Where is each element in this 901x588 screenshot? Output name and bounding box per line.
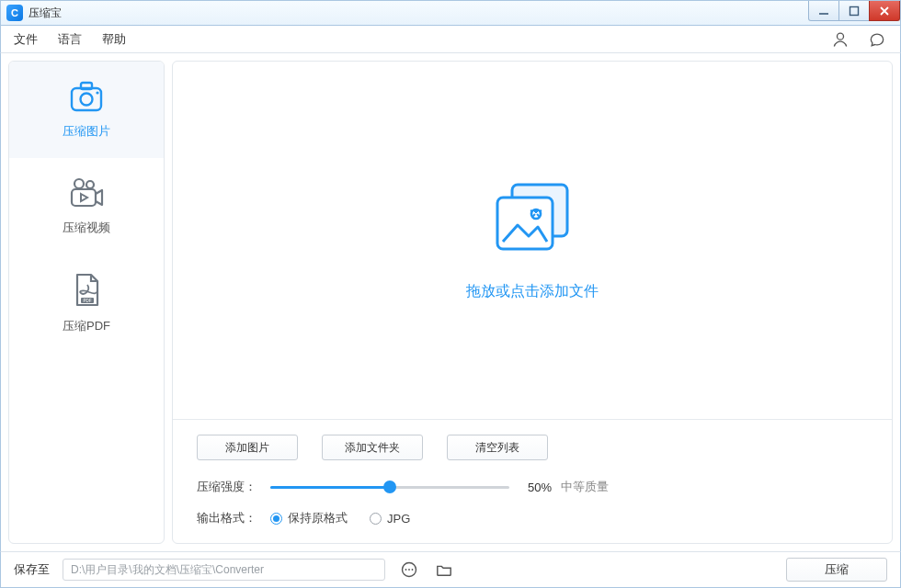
compression-strength-row: 压缩强度： 50% 中等质量 [197, 479, 868, 495]
radio-jpg[interactable]: JPG [370, 512, 410, 526]
menu-language[interactable]: 语言 [58, 31, 82, 48]
radio-dot-icon [270, 513, 282, 525]
sidebar-item-label: 压缩PDF [63, 318, 110, 334]
add-image-button[interactable]: 添加图片 [197, 435, 298, 460]
images-icon [486, 179, 578, 262]
main-area: 压缩图片 压缩视频 PDF 压缩PDF [0, 53, 901, 551]
svg-point-17 [411, 569, 413, 571]
radio-dot-icon [370, 513, 382, 525]
add-folder-button[interactable]: 添加文件夹 [322, 435, 423, 460]
svg-text:PDF: PDF [84, 298, 92, 302]
strength-slider[interactable] [270, 479, 509, 495]
svg-point-16 [408, 569, 410, 571]
maximize-button[interactable] [838, 1, 870, 21]
svg-rect-3 [81, 83, 92, 89]
svg-point-6 [74, 179, 84, 188]
minimize-button[interactable] [808, 1, 839, 21]
dropzone[interactable]: 拖放或点击添加文件 [173, 62, 892, 419]
strength-hint: 中等质量 [561, 479, 609, 495]
sidebar-item-label: 压缩视频 [63, 220, 110, 236]
svg-rect-0 [850, 6, 859, 15]
svg-point-4 [81, 93, 93, 105]
sidebar-item-compress-video[interactable]: 压缩视频 [9, 158, 164, 254]
close-button[interactable] [869, 1, 900, 21]
open-folder-icon[interactable] [433, 559, 455, 581]
video-icon [68, 177, 105, 210]
format-label: 输出格式： [197, 510, 270, 526]
svg-point-5 [96, 91, 98, 94]
radio-keep-format[interactable]: 保持原格式 [270, 510, 348, 526]
radio-label: JPG [387, 512, 410, 526]
clear-list-button[interactable]: 清空列表 [447, 435, 548, 460]
window-controls [809, 1, 900, 21]
sidebar-item-compress-image[interactable]: 压缩图片 [9, 62, 164, 158]
svg-point-1 [838, 33, 844, 40]
output-format-row: 输出格式： 保持原格式 JPG [197, 510, 868, 526]
svg-point-7 [86, 181, 94, 188]
strength-percent: 50% [528, 481, 552, 494]
dropzone-text: 拖放或点击添加文件 [466, 282, 599, 301]
strength-label: 压缩强度： [197, 479, 270, 495]
radio-label: 保持原格式 [288, 510, 348, 526]
svg-point-15 [405, 569, 406, 571]
svg-rect-8 [72, 189, 96, 206]
svg-rect-12 [497, 198, 553, 249]
menu-help[interactable]: 帮助 [102, 31, 126, 48]
user-icon[interactable] [830, 29, 850, 50]
sidebar: 压缩图片 压缩视频 PDF 压缩PDF [8, 61, 165, 544]
compress-button[interactable]: 压缩 [786, 558, 887, 582]
titlebar: 压缩宝 [0, 0, 901, 26]
controls-panel: 添加图片 添加文件夹 清空列表 压缩强度： 50% 中等质量 输出格式： 保持原… [173, 419, 892, 543]
window-title: 压缩宝 [29, 6, 62, 21]
content-panel: 拖放或点击添加文件 添加图片 添加文件夹 清空列表 压缩强度： 50% 中等质量… [172, 61, 893, 544]
sidebar-item-compress-pdf[interactable]: PDF 压缩PDF [9, 254, 164, 351]
sidebar-item-label: 压缩图片 [63, 123, 110, 140]
app-icon [6, 5, 23, 21]
menubar: 文件 语言 帮助 [0, 26, 901, 53]
pdf-icon: PDF [68, 272, 105, 309]
menu-file[interactable]: 文件 [14, 31, 38, 48]
save-path-text: D:\用户目录\我的文档\压缩宝\Converter [71, 562, 264, 578]
svg-rect-2 [72, 88, 101, 110]
save-path-input[interactable]: D:\用户目录\我的文档\压缩宝\Converter [63, 559, 385, 581]
camera-icon [68, 81, 105, 114]
more-icon[interactable] [398, 559, 420, 581]
chat-icon[interactable] [867, 29, 887, 50]
save-to-label: 保存至 [14, 561, 50, 578]
footer: 保存至 D:\用户目录\我的文档\压缩宝\Converter 压缩 [0, 551, 901, 588]
